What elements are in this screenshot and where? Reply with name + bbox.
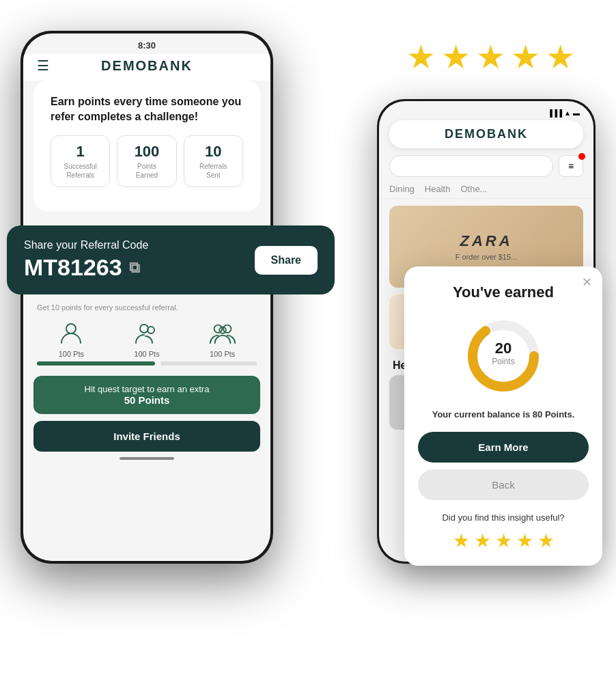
friend-icon-3 (209, 320, 236, 347)
search-row: ≡ (389, 155, 583, 177)
search-input[interactable] (389, 155, 553, 177)
referral-subtitle: Share your Referral Code (24, 239, 148, 251)
star-1: ★ (406, 38, 436, 76)
progress-filled (37, 361, 155, 366)
referral-left: Share your Referral Code MT81263 ⧉ (24, 239, 148, 281)
svg-point-3 (214, 325, 221, 332)
tab-health[interactable]: Health (425, 184, 451, 198)
front-navbar: ☰ DEMOBANK (23, 54, 270, 81)
filter-button[interactable]: ≡ (559, 155, 583, 177)
stat-points-number: 100 (123, 143, 170, 161)
quest-pts: 50 Points (44, 394, 250, 406)
wifi-icon: ▲ (564, 109, 571, 117)
quest-text: Hit quest target to earn an extra (85, 384, 210, 394)
phone-front: 8:30 ☰ DEMOBANK Earn points every time s… (20, 31, 273, 564)
modal-star-2: ★ (474, 530, 491, 552)
friend-icon-2 (133, 320, 160, 347)
share-button[interactable]: Share (255, 246, 318, 275)
friend-pts-3: 100 Pts (210, 350, 235, 358)
referral-card: Earn points every time someone you refer… (33, 81, 260, 211)
stat-referrals-number: 1 (57, 143, 104, 161)
home-indicator (120, 457, 174, 460)
back-button[interactable]: Back (418, 469, 589, 500)
star-3: ★ (476, 38, 505, 76)
friend-icon-1 (57, 320, 85, 347)
friend-3: 100 Pts (209, 320, 236, 358)
svg-point-0 (66, 324, 76, 333)
front-statusbar: 8:30 (23, 33, 270, 54)
bottom-stars: ★ ★ ★ ★ ★ (418, 530, 589, 552)
hamburger-icon[interactable]: ☰ (37, 57, 92, 74)
stat-referrals-label: SuccessfulReferrals (57, 162, 104, 180)
stat-sent-label: ReferralsSent (190, 162, 237, 180)
referral-title: Earn points every time someone you refer… (51, 94, 243, 125)
friend-pts-1: 100 Pts (59, 350, 84, 358)
svg-point-4 (223, 325, 231, 332)
modal-star-1: ★ (453, 530, 470, 552)
friend-pts-2: 100 Pts (134, 350, 159, 358)
status-time: 8:30 (138, 40, 156, 51)
filter-badge (578, 153, 585, 160)
category-tabs: Dining Health Othe... (379, 184, 593, 199)
friend-1: 100 Pts (57, 320, 85, 358)
tab-other[interactable]: Othe... (460, 184, 487, 198)
balance-text: Your current balance is 80 Points. (418, 409, 589, 420)
progress-row (33, 361, 260, 366)
donut-chart: 20 Points (418, 315, 589, 397)
earned-modal: ✕ You've earned 20 Points Your current b… (404, 266, 602, 566)
stat-sent-number: 10 (190, 143, 237, 161)
front-bank-name: DEMOBANK (92, 58, 202, 74)
friend-2: 100 Pts (133, 320, 160, 358)
stat-points: 100 PointsEarned (117, 135, 176, 187)
tab-dining[interactable]: Dining (389, 184, 415, 198)
svg-point-5 (219, 327, 226, 333)
svg-point-1 (140, 325, 148, 333)
star-2: ★ (441, 38, 471, 76)
zara-subtitle: F order over $15... (456, 253, 518, 261)
earn-more-button[interactable]: Earn More (418, 432, 589, 463)
balance-strong: Your current balance is 80 Points. (432, 409, 575, 420)
modal-star-5: ★ (537, 530, 555, 552)
star-5: ★ (546, 38, 575, 76)
back-bank-name: DEMOBANK (389, 120, 583, 148)
progress-empty (160, 361, 257, 366)
quest-banner: Hit quest target to earn an extra 50 Poi… (33, 376, 260, 414)
referral-code-text: MT81263 (24, 254, 122, 281)
insight-text: Did you find this insight useful? (418, 512, 589, 523)
friends-row: 100 Pts 100 Pts (33, 320, 260, 358)
copy-icon[interactable]: ⧉ (129, 259, 140, 277)
invite-friends-button[interactable]: Invite Friends (33, 421, 260, 452)
battery-icon: ▬ (573, 109, 580, 117)
star-4: ★ (511, 38, 540, 76)
stat-referrals: 1 SuccessfulReferrals (51, 135, 110, 187)
signal-icon: ▐▐▐ (548, 109, 562, 117)
top-stars: ★ ★ ★ ★ ★ (406, 38, 575, 76)
zara-logo: ZARA (460, 232, 512, 250)
close-icon[interactable]: ✕ (582, 275, 592, 290)
stat-sent: 10 ReferralsSent (184, 135, 243, 187)
get-points-text: Get 10 points for every successful refer… (33, 303, 260, 312)
modal-star-4: ★ (516, 530, 533, 552)
referral-banner: Share your Referral Code MT81263 ⧉ Share (7, 225, 335, 294)
referral-code: MT81263 ⧉ (24, 254, 148, 281)
modal-title: You've earned (418, 284, 589, 301)
donut-label: Points (492, 357, 514, 366)
stat-points-label: PointsEarned (123, 162, 170, 180)
stats-row: 1 SuccessfulReferrals 100 PointsEarned 1… (51, 135, 243, 187)
lower-content: Get 10 points for every successful refer… (23, 303, 270, 452)
donut-number: 20 (495, 340, 512, 357)
filter-icon: ≡ (568, 161, 574, 171)
modal-star-3: ★ (495, 530, 512, 552)
